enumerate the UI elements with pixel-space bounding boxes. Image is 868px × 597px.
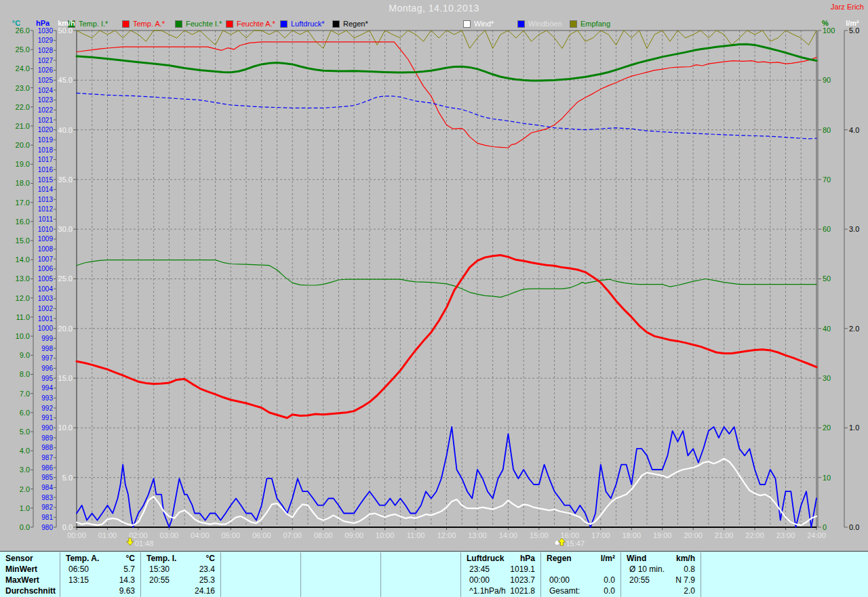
svg-text:989: 989 bbox=[41, 434, 53, 442]
svg-text:1006: 1006 bbox=[38, 265, 54, 272]
svg-text:0.0: 0.0 bbox=[62, 523, 73, 531]
table-value: 24.16 bbox=[195, 586, 215, 596]
table-value: 9.63 bbox=[119, 586, 135, 596]
svg-text:21:00: 21:00 bbox=[715, 531, 734, 539]
svg-text:984: 984 bbox=[41, 484, 53, 491]
svg-text:1017: 1017 bbox=[38, 156, 54, 163]
svg-text:4.0: 4.0 bbox=[849, 126, 859, 134]
table-value: 0.0 bbox=[604, 586, 615, 596]
table-value-time: Gesamt: bbox=[549, 586, 580, 596]
svg-text:982: 982 bbox=[41, 503, 53, 511]
svg-text:1001: 1001 bbox=[38, 315, 54, 323]
svg-text:05:00: 05:00 bbox=[222, 531, 241, 539]
svg-text:23.0: 23.0 bbox=[16, 84, 30, 92]
table-value-time: 13:15 bbox=[68, 575, 89, 585]
svg-text:35.0: 35.0 bbox=[58, 176, 73, 184]
svg-text:1018: 1018 bbox=[38, 146, 54, 154]
x-axis-labels: 00:0001:0002:0003:0004:0005:0006:0007:00… bbox=[67, 527, 826, 539]
table-value-time: 20:55 bbox=[149, 575, 170, 585]
svg-text:1008: 1008 bbox=[38, 245, 54, 253]
svg-text:985: 985 bbox=[41, 474, 53, 481]
table-value-time: Ø 10 min. bbox=[629, 564, 665, 575]
table-value-time: 15:30 bbox=[149, 564, 170, 575]
svg-text:992: 992 bbox=[41, 405, 53, 412]
svg-text:24:00: 24:00 bbox=[807, 531, 826, 539]
svg-text:1029: 1029 bbox=[38, 37, 54, 44]
axis-temp-c: 0.01.02.03.04.05.06.07.08.09.010.011.012… bbox=[16, 26, 33, 531]
svg-text:993: 993 bbox=[41, 394, 53, 402]
svg-text:10.0: 10.0 bbox=[58, 424, 73, 432]
svg-text:3.0: 3.0 bbox=[20, 466, 30, 474]
stats-table: SensorMinWertMaxWertDurchschnittTemp. A.… bbox=[0, 551, 868, 597]
svg-text:22.0: 22.0 bbox=[16, 103, 30, 111]
svg-text:30: 30 bbox=[823, 374, 831, 382]
axis-rain-lm2: 0.01.02.03.04.05.0 bbox=[844, 26, 859, 531]
svg-text:18:00: 18:00 bbox=[622, 531, 641, 539]
svg-text:13.0: 13.0 bbox=[16, 274, 30, 283]
svg-text:998: 998 bbox=[41, 345, 53, 352]
table-value: 14.3 bbox=[119, 575, 135, 585]
svg-text:45.0: 45.0 bbox=[58, 76, 73, 84]
table-sensor-unit: km/h bbox=[676, 554, 695, 564]
table-value: 2.0 bbox=[684, 586, 695, 596]
svg-text:996: 996 bbox=[41, 365, 53, 372]
table-column-divider bbox=[140, 552, 141, 597]
svg-text:4.0: 4.0 bbox=[20, 447, 30, 455]
svg-text:02:00: 02:00 bbox=[129, 531, 148, 539]
svg-text:80: 80 bbox=[823, 126, 831, 134]
svg-text:5.0: 5.0 bbox=[62, 474, 73, 482]
svg-text:1005: 1005 bbox=[38, 275, 54, 283]
svg-text:1015: 1015 bbox=[38, 176, 54, 184]
time-marker: 15:47 bbox=[555, 538, 585, 548]
table-column-divider bbox=[380, 552, 381, 597]
svg-text:1022: 1022 bbox=[38, 106, 54, 114]
svg-text:994: 994 bbox=[41, 384, 53, 392]
table-sensor-name: Luftdruck bbox=[467, 554, 504, 564]
svg-text:11.0: 11.0 bbox=[16, 313, 30, 321]
time-marker-label: 01:48 bbox=[135, 539, 154, 548]
svg-text:08:00: 08:00 bbox=[314, 531, 333, 539]
axis-humidity-pct: 0102030405060708090100 bbox=[818, 26, 835, 531]
axis-wind-kmh: 0.05.010.015.020.025.030.035.040.045.050… bbox=[58, 26, 77, 531]
table-sensor-unit: °C bbox=[126, 554, 135, 564]
svg-text:1.0: 1.0 bbox=[849, 424, 859, 432]
svg-text:19:00: 19:00 bbox=[653, 531, 672, 539]
svg-text:991: 991 bbox=[41, 414, 53, 421]
table-value: 25.3 bbox=[199, 575, 215, 585]
axis-pressure-hpa: 9809819829839849859869879889899909919929… bbox=[38, 27, 56, 531]
svg-text:60: 60 bbox=[823, 225, 831, 233]
svg-text:986: 986 bbox=[41, 464, 53, 472]
table-column-divider bbox=[220, 552, 221, 597]
svg-text:15.0: 15.0 bbox=[16, 236, 30, 245]
svg-text:20.0: 20.0 bbox=[58, 325, 73, 333]
table-column-divider bbox=[460, 552, 461, 597]
svg-text:1028: 1028 bbox=[38, 47, 54, 54]
svg-text:999: 999 bbox=[41, 335, 53, 342]
svg-text:23:00: 23:00 bbox=[776, 531, 795, 539]
svg-text:981: 981 bbox=[41, 514, 53, 521]
table-column-divider bbox=[701, 552, 701, 597]
svg-text:1011: 1011 bbox=[38, 215, 53, 223]
svg-text:14:00: 14:00 bbox=[499, 531, 518, 539]
svg-text:1024: 1024 bbox=[38, 87, 54, 94]
table-column-divider bbox=[540, 552, 541, 597]
svg-text:15:00: 15:00 bbox=[530, 531, 549, 539]
svg-text:17.0: 17.0 bbox=[16, 199, 30, 207]
table-row-label: MaxWert bbox=[5, 575, 39, 585]
svg-text:2.0: 2.0 bbox=[849, 325, 859, 333]
svg-text:16:00: 16:00 bbox=[561, 531, 580, 539]
svg-text:1020: 1020 bbox=[38, 126, 54, 133]
svg-text:25.0: 25.0 bbox=[58, 274, 73, 283]
svg-text:40.0: 40.0 bbox=[58, 126, 73, 134]
svg-text:90: 90 bbox=[823, 76, 831, 84]
table-sensor-name: Temp. A. bbox=[66, 554, 99, 564]
svg-text:40: 40 bbox=[823, 325, 831, 333]
svg-text:18.0: 18.0 bbox=[16, 179, 30, 187]
svg-text:1025: 1025 bbox=[38, 77, 54, 84]
table-row-label: Durchschnitt bbox=[5, 586, 56, 596]
svg-text:9.0: 9.0 bbox=[20, 351, 30, 359]
svg-text:1030: 1030 bbox=[38, 27, 54, 35]
weather-station-chart-window: Montag, 14.10.2013 Jarz Erich Temp. I.*T… bbox=[0, 0, 868, 597]
table-sensor-unit: hPa bbox=[520, 554, 535, 564]
svg-text:2.0: 2.0 bbox=[20, 485, 30, 493]
